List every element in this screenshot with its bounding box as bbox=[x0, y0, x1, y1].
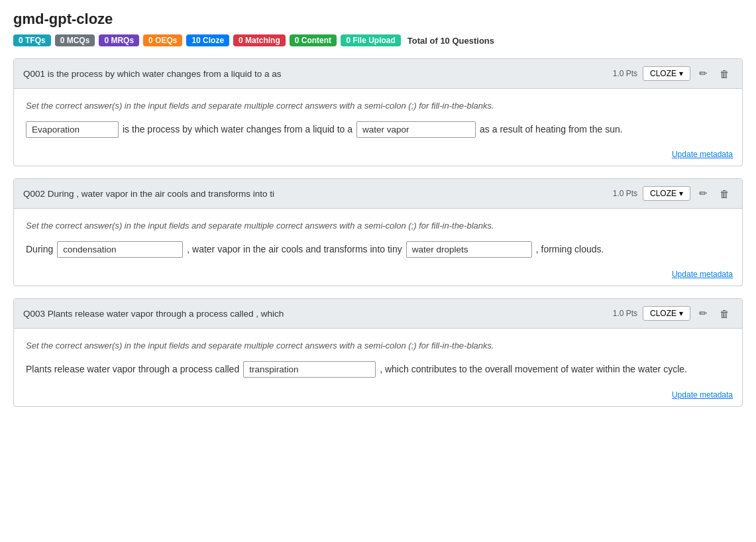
badge-mrq: 0 MRQs bbox=[99, 34, 139, 46]
fill-sentence-q003: Plants release water vapor through a pro… bbox=[26, 361, 730, 378]
delete-icon: 🗑 bbox=[720, 188, 729, 199]
question-title-q003: Q003 Plants release water vapor through … bbox=[23, 309, 284, 319]
question-header-q003: Q003 Plants release water vapor through … bbox=[14, 299, 742, 329]
update-meta-link-q002[interactable]: Update metadata bbox=[672, 270, 733, 279]
sentence-text-q002-2: , water vapor in the air cools and trans… bbox=[187, 241, 402, 258]
badge-oeq: 0 OEQs bbox=[143, 34, 182, 46]
instruction-text-q001: Set the correct answer(s) in the input f… bbox=[26, 101, 730, 111]
question-card-q003: Q003 Plants release water vapor through … bbox=[13, 298, 743, 406]
question-actions-q003: 1.0 PtsCLOZE ▾✏🗑 bbox=[613, 305, 733, 321]
sentence-text-q002-4: , forming clouds. bbox=[536, 241, 604, 258]
page-title: gmd-gpt-cloze bbox=[13, 11, 743, 28]
edit-button-q002[interactable]: ✏ bbox=[696, 186, 711, 201]
question-card-q001: Q001 is the process by which water chang… bbox=[13, 58, 743, 166]
badge-cloze: 10 Cloze bbox=[186, 34, 229, 46]
edit-button-q003[interactable]: ✏ bbox=[696, 305, 711, 321]
question-header-q002: Q002 During , water vapor in the air coo… bbox=[14, 179, 742, 209]
fill-input-q001-0[interactable] bbox=[26, 121, 119, 138]
question-actions-q002: 1.0 PtsCLOZE ▾✏🗑 bbox=[613, 186, 733, 201]
update-meta-link-q003[interactable]: Update metadata bbox=[672, 390, 733, 400]
sentence-text-q002-0: During bbox=[26, 241, 53, 258]
instruction-text-q002: Set the correct answer(s) in the input f… bbox=[26, 221, 730, 231]
cloze-type-button-q003[interactable]: CLOZE ▾ bbox=[643, 306, 690, 321]
cloze-type-button-q002[interactable]: CLOZE ▾ bbox=[643, 186, 690, 201]
question-card-q002: Q002 During , water vapor in the air coo… bbox=[13, 178, 743, 286]
edit-icon: ✏ bbox=[699, 188, 708, 199]
badge-matching: 0 Matching bbox=[233, 34, 286, 46]
instruction-text-q003: Set the correct answer(s) in the input f… bbox=[26, 341, 730, 351]
update-meta-row-q001: Update metadata bbox=[14, 144, 742, 166]
dropdown-arrow-icon: ▾ bbox=[679, 189, 683, 198]
sentence-text-q003-0: Plants release water vapor through a pro… bbox=[26, 361, 239, 378]
pts-label-q002: 1.0 Pts bbox=[613, 189, 637, 198]
fill-input-q002-1[interactable] bbox=[57, 241, 183, 258]
delete-button-q002[interactable]: 🗑 bbox=[716, 186, 733, 201]
question-header-q001: Q001 is the process by which water chang… bbox=[14, 59, 742, 89]
badge-tfq: 0 TFQs bbox=[13, 34, 51, 46]
edit-icon: ✏ bbox=[699, 68, 708, 79]
delete-button-q001[interactable]: 🗑 bbox=[716, 66, 733, 81]
update-meta-row-q002: Update metadata bbox=[14, 264, 742, 286]
dropdown-arrow-icon: ▾ bbox=[679, 309, 683, 318]
badge-content: 0 Content bbox=[290, 34, 337, 46]
question-body-q003: Set the correct answer(s) in the input f… bbox=[14, 329, 742, 384]
fill-input-q003-1[interactable] bbox=[243, 361, 376, 378]
badge-mcq: 0 MCQs bbox=[55, 34, 95, 46]
badge-fileupload: 0 File Upload bbox=[341, 34, 401, 46]
update-meta-row-q003: Update metadata bbox=[14, 385, 742, 406]
question-body-q001: Set the correct answer(s) in the input f… bbox=[14, 89, 742, 144]
question-title-q001: Q001 is the process by which water chang… bbox=[23, 69, 281, 79]
fill-input-q001-2[interactable] bbox=[356, 121, 476, 138]
fill-input-q002-3[interactable] bbox=[406, 241, 532, 258]
dropdown-arrow-icon: ▾ bbox=[679, 69, 683, 78]
fill-sentence-q002: During, water vapor in the air cools and… bbox=[26, 241, 730, 258]
question-title-q002: Q002 During , water vapor in the air coo… bbox=[23, 189, 274, 199]
sentence-text-q001-3: as a result of heating from the sun. bbox=[480, 121, 623, 138]
sentence-text-q001-1: is the process by which water changes fr… bbox=[123, 121, 352, 138]
edit-icon: ✏ bbox=[699, 307, 708, 319]
question-actions-q001: 1.0 PtsCLOZE ▾✏🗑 bbox=[613, 66, 733, 81]
delete-icon: 🗑 bbox=[720, 308, 729, 319]
total-questions-label: Total of 10 Questions bbox=[407, 36, 494, 46]
question-body-q002: Set the correct answer(s) in the input f… bbox=[14, 209, 742, 264]
sentence-text-q003-2: , which contributes to the overall movem… bbox=[380, 361, 687, 378]
delete-button-q003[interactable]: 🗑 bbox=[716, 306, 733, 321]
edit-button-q001[interactable]: ✏ bbox=[696, 66, 711, 81]
update-meta-link-q001[interactable]: Update metadata bbox=[672, 150, 733, 159]
questions-container: Q001 is the process by which water chang… bbox=[13, 58, 743, 407]
fill-sentence-q001: is the process by which water changes fr… bbox=[26, 121, 730, 138]
pts-label-q001: 1.0 Pts bbox=[613, 69, 637, 78]
delete-icon: 🗑 bbox=[720, 68, 729, 80]
pts-label-q003: 1.0 Pts bbox=[613, 309, 637, 318]
badge-bar: 0 TFQs0 MCQs0 MRQs0 OEQs10 Cloze0 Matchi… bbox=[13, 34, 743, 46]
cloze-type-button-q001[interactable]: CLOZE ▾ bbox=[643, 66, 690, 81]
